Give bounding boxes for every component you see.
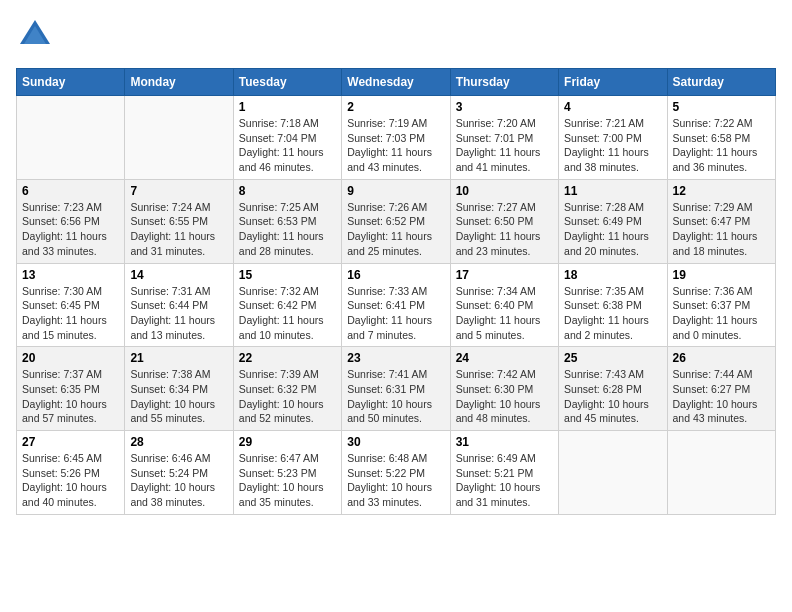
day-number: 8: [239, 184, 336, 198]
day-number: 12: [673, 184, 770, 198]
calendar-cell: 29Sunrise: 6:47 AM Sunset: 5:23 PM Dayli…: [233, 431, 341, 515]
day-info: Sunrise: 7:23 AM Sunset: 6:56 PM Dayligh…: [22, 200, 119, 259]
calendar-cell: 11Sunrise: 7:28 AM Sunset: 6:49 PM Dayli…: [559, 179, 667, 263]
day-number: 11: [564, 184, 661, 198]
calendar-cell: 25Sunrise: 7:43 AM Sunset: 6:28 PM Dayli…: [559, 347, 667, 431]
day-number: 30: [347, 435, 444, 449]
calendar-week-4: 20Sunrise: 7:37 AM Sunset: 6:35 PM Dayli…: [17, 347, 776, 431]
day-info: Sunrise: 7:32 AM Sunset: 6:42 PM Dayligh…: [239, 284, 336, 343]
day-info: Sunrise: 7:43 AM Sunset: 6:28 PM Dayligh…: [564, 367, 661, 426]
day-info: Sunrise: 7:22 AM Sunset: 6:58 PM Dayligh…: [673, 116, 770, 175]
day-number: 14: [130, 268, 227, 282]
calendar-cell: 12Sunrise: 7:29 AM Sunset: 6:47 PM Dayli…: [667, 179, 775, 263]
day-info: Sunrise: 7:25 AM Sunset: 6:53 PM Dayligh…: [239, 200, 336, 259]
day-info: Sunrise: 7:30 AM Sunset: 6:45 PM Dayligh…: [22, 284, 119, 343]
day-number: 16: [347, 268, 444, 282]
calendar-cell: 15Sunrise: 7:32 AM Sunset: 6:42 PM Dayli…: [233, 263, 341, 347]
calendar-cell: 22Sunrise: 7:39 AM Sunset: 6:32 PM Dayli…: [233, 347, 341, 431]
day-number: 5: [673, 100, 770, 114]
day-number: 1: [239, 100, 336, 114]
day-number: 15: [239, 268, 336, 282]
day-number: 29: [239, 435, 336, 449]
calendar-cell: 14Sunrise: 7:31 AM Sunset: 6:44 PM Dayli…: [125, 263, 233, 347]
calendar-table: SundayMondayTuesdayWednesdayThursdayFrid…: [16, 68, 776, 515]
day-info: Sunrise: 7:31 AM Sunset: 6:44 PM Dayligh…: [130, 284, 227, 343]
calendar-cell: 17Sunrise: 7:34 AM Sunset: 6:40 PM Dayli…: [450, 263, 558, 347]
calendar-header-row: SundayMondayTuesdayWednesdayThursdayFrid…: [17, 69, 776, 96]
calendar-cell: 1Sunrise: 7:18 AM Sunset: 7:04 PM Daylig…: [233, 96, 341, 180]
day-info: Sunrise: 7:21 AM Sunset: 7:00 PM Dayligh…: [564, 116, 661, 175]
day-header-friday: Friday: [559, 69, 667, 96]
calendar-cell: 18Sunrise: 7:35 AM Sunset: 6:38 PM Dayli…: [559, 263, 667, 347]
calendar-cell: 30Sunrise: 6:48 AM Sunset: 5:22 PM Dayli…: [342, 431, 450, 515]
day-info: Sunrise: 7:27 AM Sunset: 6:50 PM Dayligh…: [456, 200, 553, 259]
day-number: 23: [347, 351, 444, 365]
day-number: 4: [564, 100, 661, 114]
day-header-tuesday: Tuesday: [233, 69, 341, 96]
day-info: Sunrise: 7:35 AM Sunset: 6:38 PM Dayligh…: [564, 284, 661, 343]
calendar-cell: [125, 96, 233, 180]
calendar-cell: 24Sunrise: 7:42 AM Sunset: 6:30 PM Dayli…: [450, 347, 558, 431]
calendar-cell: 6Sunrise: 7:23 AM Sunset: 6:56 PM Daylig…: [17, 179, 125, 263]
day-header-monday: Monday: [125, 69, 233, 96]
day-info: Sunrise: 6:49 AM Sunset: 5:21 PM Dayligh…: [456, 451, 553, 510]
calendar-cell: 9Sunrise: 7:26 AM Sunset: 6:52 PM Daylig…: [342, 179, 450, 263]
day-header-thursday: Thursday: [450, 69, 558, 96]
day-number: 26: [673, 351, 770, 365]
day-number: 9: [347, 184, 444, 198]
day-info: Sunrise: 7:29 AM Sunset: 6:47 PM Dayligh…: [673, 200, 770, 259]
day-number: 24: [456, 351, 553, 365]
page-header: [16, 16, 776, 58]
day-number: 25: [564, 351, 661, 365]
calendar-cell: 20Sunrise: 7:37 AM Sunset: 6:35 PM Dayli…: [17, 347, 125, 431]
day-number: 7: [130, 184, 227, 198]
day-info: Sunrise: 7:20 AM Sunset: 7:01 PM Dayligh…: [456, 116, 553, 175]
day-info: Sunrise: 7:24 AM Sunset: 6:55 PM Dayligh…: [130, 200, 227, 259]
day-info: Sunrise: 7:37 AM Sunset: 6:35 PM Dayligh…: [22, 367, 119, 426]
day-info: Sunrise: 6:48 AM Sunset: 5:22 PM Dayligh…: [347, 451, 444, 510]
calendar-week-1: 1Sunrise: 7:18 AM Sunset: 7:04 PM Daylig…: [17, 96, 776, 180]
calendar-week-5: 27Sunrise: 6:45 AM Sunset: 5:26 PM Dayli…: [17, 431, 776, 515]
day-info: Sunrise: 7:38 AM Sunset: 6:34 PM Dayligh…: [130, 367, 227, 426]
day-info: Sunrise: 7:36 AM Sunset: 6:37 PM Dayligh…: [673, 284, 770, 343]
day-number: 19: [673, 268, 770, 282]
day-header-sunday: Sunday: [17, 69, 125, 96]
day-info: Sunrise: 6:47 AM Sunset: 5:23 PM Dayligh…: [239, 451, 336, 510]
day-header-wednesday: Wednesday: [342, 69, 450, 96]
day-number: 13: [22, 268, 119, 282]
day-number: 18: [564, 268, 661, 282]
calendar-week-3: 13Sunrise: 7:30 AM Sunset: 6:45 PM Dayli…: [17, 263, 776, 347]
logo-icon: [16, 16, 54, 54]
calendar-cell: 5Sunrise: 7:22 AM Sunset: 6:58 PM Daylig…: [667, 96, 775, 180]
calendar-cell: 8Sunrise: 7:25 AM Sunset: 6:53 PM Daylig…: [233, 179, 341, 263]
calendar-week-2: 6Sunrise: 7:23 AM Sunset: 6:56 PM Daylig…: [17, 179, 776, 263]
calendar-cell: [17, 96, 125, 180]
day-number: 3: [456, 100, 553, 114]
day-info: Sunrise: 7:28 AM Sunset: 6:49 PM Dayligh…: [564, 200, 661, 259]
day-info: Sunrise: 7:26 AM Sunset: 6:52 PM Dayligh…: [347, 200, 444, 259]
day-info: Sunrise: 7:42 AM Sunset: 6:30 PM Dayligh…: [456, 367, 553, 426]
day-number: 22: [239, 351, 336, 365]
calendar-cell: 27Sunrise: 6:45 AM Sunset: 5:26 PM Dayli…: [17, 431, 125, 515]
day-info: Sunrise: 7:39 AM Sunset: 6:32 PM Dayligh…: [239, 367, 336, 426]
day-number: 28: [130, 435, 227, 449]
calendar-cell: 10Sunrise: 7:27 AM Sunset: 6:50 PM Dayli…: [450, 179, 558, 263]
calendar-cell: 19Sunrise: 7:36 AM Sunset: 6:37 PM Dayli…: [667, 263, 775, 347]
calendar-cell: 3Sunrise: 7:20 AM Sunset: 7:01 PM Daylig…: [450, 96, 558, 180]
calendar-cell: 28Sunrise: 6:46 AM Sunset: 5:24 PM Dayli…: [125, 431, 233, 515]
calendar-cell: 7Sunrise: 7:24 AM Sunset: 6:55 PM Daylig…: [125, 179, 233, 263]
day-header-saturday: Saturday: [667, 69, 775, 96]
day-info: Sunrise: 7:18 AM Sunset: 7:04 PM Dayligh…: [239, 116, 336, 175]
logo: [16, 16, 62, 58]
day-info: Sunrise: 7:34 AM Sunset: 6:40 PM Dayligh…: [456, 284, 553, 343]
calendar-cell: 16Sunrise: 7:33 AM Sunset: 6:41 PM Dayli…: [342, 263, 450, 347]
calendar-cell: 2Sunrise: 7:19 AM Sunset: 7:03 PM Daylig…: [342, 96, 450, 180]
calendar-cell: [667, 431, 775, 515]
day-number: 20: [22, 351, 119, 365]
calendar-cell: 21Sunrise: 7:38 AM Sunset: 6:34 PM Dayli…: [125, 347, 233, 431]
day-number: 31: [456, 435, 553, 449]
day-info: Sunrise: 7:41 AM Sunset: 6:31 PM Dayligh…: [347, 367, 444, 426]
day-number: 21: [130, 351, 227, 365]
day-number: 2: [347, 100, 444, 114]
day-info: Sunrise: 7:19 AM Sunset: 7:03 PM Dayligh…: [347, 116, 444, 175]
